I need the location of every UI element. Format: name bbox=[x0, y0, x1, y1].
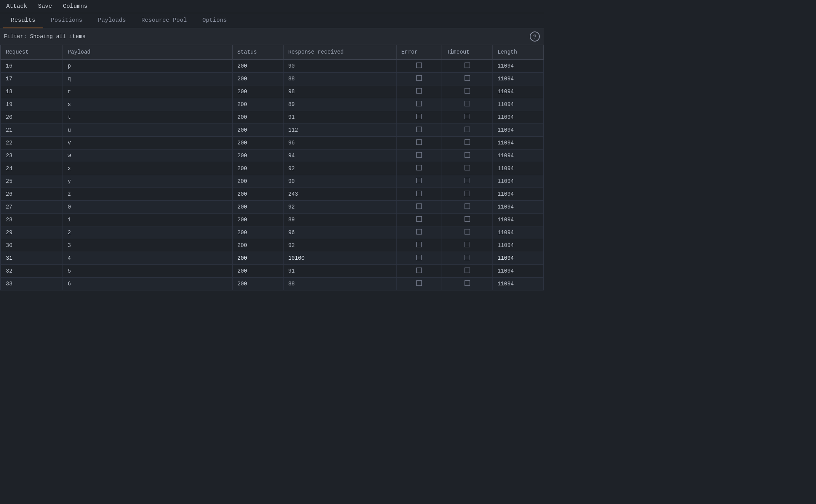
timeout-checkbox[interactable] bbox=[465, 114, 470, 119]
error-checkbox[interactable] bbox=[416, 280, 422, 286]
error-checkbox[interactable] bbox=[416, 268, 422, 273]
timeout-checkbox[interactable] bbox=[465, 152, 470, 158]
table-row[interactable]: 3142001010011094 bbox=[1, 252, 544, 265]
error-checkbox[interactable] bbox=[416, 178, 422, 183]
error-checkbox[interactable] bbox=[416, 242, 422, 247]
cell-error bbox=[397, 201, 442, 214]
error-checkbox[interactable] bbox=[416, 114, 422, 119]
cell-length: 11094 bbox=[492, 73, 543, 85]
cell-timeout bbox=[442, 124, 492, 137]
timeout-checkbox[interactable] bbox=[465, 178, 470, 183]
error-checkbox[interactable] bbox=[416, 75, 422, 81]
col-header-status[interactable]: Status bbox=[233, 45, 284, 59]
tab-options[interactable]: Options bbox=[195, 13, 235, 28]
menu-columns[interactable]: Columns bbox=[61, 2, 89, 10]
error-checkbox[interactable] bbox=[416, 255, 422, 260]
col-header-length[interactable]: Length bbox=[492, 45, 543, 59]
table-row[interactable]: 18r2009811094 bbox=[1, 85, 544, 98]
error-checkbox[interactable] bbox=[416, 101, 422, 106]
table-row[interactable]: 3362008811094 bbox=[1, 278, 544, 290]
timeout-checkbox[interactable] bbox=[465, 242, 470, 247]
cell-payload: p bbox=[63, 59, 233, 73]
col-header-request[interactable]: Request bbox=[1, 45, 63, 59]
cell-status: 200 bbox=[233, 59, 284, 73]
timeout-checkbox[interactable] bbox=[465, 88, 470, 94]
col-header-response[interactable]: Response received bbox=[284, 45, 397, 59]
table-row[interactable]: 23w2009411094 bbox=[1, 149, 544, 162]
table-row[interactable]: 19s2008911094 bbox=[1, 98, 544, 111]
col-header-error[interactable]: Error bbox=[397, 45, 442, 59]
timeout-checkbox[interactable] bbox=[465, 255, 470, 260]
table-row[interactable]: 2702009211094 bbox=[1, 201, 544, 214]
cell-timeout bbox=[442, 214, 492, 226]
table-row[interactable]: 2812008911094 bbox=[1, 214, 544, 226]
cell-status: 200 bbox=[233, 252, 284, 265]
table-row[interactable]: 3032009211094 bbox=[1, 239, 544, 252]
cell-length: 11094 bbox=[492, 188, 543, 201]
cell-request: 31 bbox=[1, 252, 63, 265]
cell-payload: v bbox=[63, 137, 233, 149]
timeout-checkbox[interactable] bbox=[465, 127, 470, 132]
timeout-checkbox[interactable] bbox=[465, 216, 470, 222]
timeout-checkbox[interactable] bbox=[465, 280, 470, 286]
tab-resource-pool[interactable]: Resource Pool bbox=[134, 13, 195, 28]
cell-status: 200 bbox=[233, 149, 284, 162]
error-checkbox[interactable] bbox=[416, 63, 422, 68]
table-row[interactable]: 2922009611094 bbox=[1, 226, 544, 239]
timeout-checkbox[interactable] bbox=[465, 139, 470, 145]
cell-status: 200 bbox=[233, 98, 284, 111]
tab-positions[interactable]: Positions bbox=[43, 13, 90, 28]
cell-payload: 3 bbox=[63, 239, 233, 252]
cell-timeout bbox=[442, 162, 492, 175]
error-checkbox[interactable] bbox=[416, 127, 422, 132]
table-row[interactable]: 17q2008811094 bbox=[1, 73, 544, 85]
col-header-timeout[interactable]: Timeout bbox=[442, 45, 492, 59]
error-checkbox[interactable] bbox=[416, 88, 422, 94]
menu-save[interactable]: Save bbox=[37, 2, 54, 10]
cell-request: 32 bbox=[1, 265, 63, 278]
cell-request: 33 bbox=[1, 278, 63, 290]
error-checkbox[interactable] bbox=[416, 165, 422, 170]
error-checkbox[interactable] bbox=[416, 152, 422, 158]
error-checkbox[interactable] bbox=[416, 203, 422, 209]
tab-results[interactable]: Results bbox=[3, 13, 43, 28]
table-row[interactable]: 24x2009211094 bbox=[1, 162, 544, 175]
cell-response: 243 bbox=[284, 188, 397, 201]
timeout-checkbox[interactable] bbox=[465, 229, 470, 235]
timeout-checkbox[interactable] bbox=[465, 75, 470, 81]
table-row[interactable]: 22v2009611094 bbox=[1, 137, 544, 149]
filter-input[interactable] bbox=[4, 33, 527, 40]
cell-payload: s bbox=[63, 98, 233, 111]
timeout-checkbox[interactable] bbox=[465, 191, 470, 196]
table-row[interactable]: 25y2009011094 bbox=[1, 175, 544, 188]
timeout-checkbox[interactable] bbox=[465, 268, 470, 273]
table-row[interactable]: 20t2009111094 bbox=[1, 111, 544, 124]
timeout-checkbox[interactable] bbox=[465, 101, 470, 106]
cell-payload: x bbox=[63, 162, 233, 175]
help-button[interactable]: ? bbox=[530, 31, 540, 42]
timeout-checkbox[interactable] bbox=[465, 63, 470, 68]
error-checkbox[interactable] bbox=[416, 139, 422, 145]
table-row[interactable]: 21u20011211094 bbox=[1, 124, 544, 137]
error-checkbox[interactable] bbox=[416, 229, 422, 235]
col-header-payload[interactable]: Payload bbox=[63, 45, 233, 59]
table-row[interactable]: 16p2009011094 bbox=[1, 59, 544, 73]
cell-length: 11094 bbox=[492, 278, 543, 290]
tab-payloads[interactable]: Payloads bbox=[90, 13, 134, 28]
cell-response: 90 bbox=[284, 59, 397, 73]
cell-response: 92 bbox=[284, 201, 397, 214]
cell-timeout bbox=[442, 188, 492, 201]
timeout-checkbox[interactable] bbox=[465, 165, 470, 170]
cell-timeout bbox=[442, 85, 492, 98]
menu-attack[interactable]: Attack bbox=[5, 2, 29, 10]
timeout-checkbox[interactable] bbox=[465, 203, 470, 209]
cell-status: 200 bbox=[233, 162, 284, 175]
cell-length: 11094 bbox=[492, 137, 543, 149]
error-checkbox[interactable] bbox=[416, 191, 422, 196]
table-row[interactable]: 3252009111094 bbox=[1, 265, 544, 278]
cell-payload: y bbox=[63, 175, 233, 188]
cell-length: 11094 bbox=[492, 111, 543, 124]
table-row[interactable]: 26z20024311094 bbox=[1, 188, 544, 201]
error-checkbox[interactable] bbox=[416, 216, 422, 222]
results-table: Request Payload Status Response received… bbox=[0, 45, 544, 290]
